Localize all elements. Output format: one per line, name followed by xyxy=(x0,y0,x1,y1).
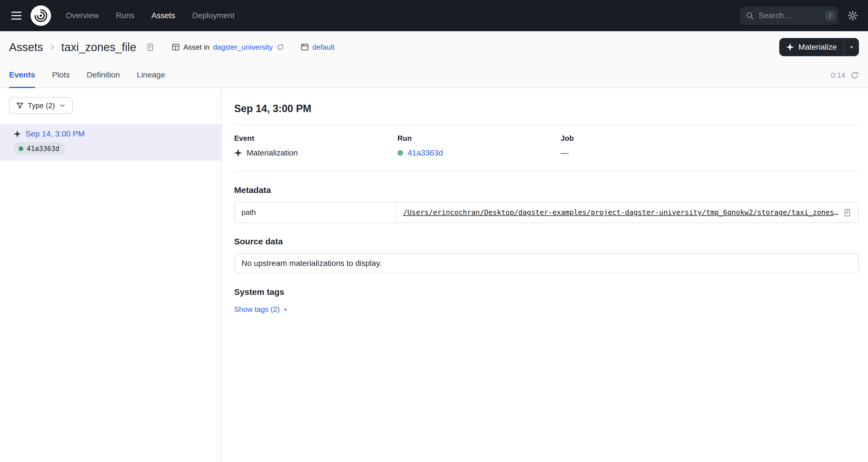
primary-nav: Overview Runs Assets Deployment xyxy=(66,11,235,20)
materialization-icon xyxy=(234,149,242,157)
show-tags-label: Show tags (2) xyxy=(234,305,280,314)
run-id-label: 41a3363d xyxy=(27,145,60,153)
materialize-label: Materialize xyxy=(799,42,837,52)
clipboard-icon xyxy=(146,43,154,51)
run-link[interactable]: 41a3363d xyxy=(408,148,443,157)
search-input[interactable] xyxy=(758,11,821,20)
tab-events[interactable]: Events xyxy=(9,63,35,88)
copy-path-button[interactable] xyxy=(842,207,853,218)
reload-code-location-button[interactable] xyxy=(276,43,285,51)
settings-button[interactable] xyxy=(846,9,859,22)
dagster-logo[interactable] xyxy=(31,5,51,26)
metadata-key: path xyxy=(235,202,396,223)
asset-header: Assets taxi_zones_file Asset in dagster_ xyxy=(0,31,868,88)
event-list: Sep 14, 3:00 PM 41a3363d xyxy=(0,124,221,161)
nav-item-assets[interactable]: Assets xyxy=(151,11,175,20)
caret-down-icon xyxy=(282,307,288,313)
chevron-right-icon xyxy=(48,43,56,51)
refresh-countdown: 0:14 xyxy=(831,71,845,80)
filter-type-label: Type (2) xyxy=(28,101,55,110)
materialize-button[interactable]: Materialize xyxy=(779,38,844,56)
source-data-empty-state: No upstream materializations to display. xyxy=(234,253,859,273)
menu-button[interactable] xyxy=(9,9,24,22)
metadata-heading: Metadata xyxy=(234,185,859,195)
system-tags-heading: System tags xyxy=(234,287,859,297)
topnav-right: / xyxy=(740,6,859,25)
metadata-row: path /Users/erincochran/Desktop/dagster-… xyxy=(235,202,858,223)
asset-name: taxi_zones_file xyxy=(61,41,136,54)
event-sidebar: Type (2) Sep 14, 3:00 PM 41a3363d xyxy=(0,88,222,462)
run-status-dot xyxy=(397,150,403,156)
event-column: Event Materialization xyxy=(234,134,397,157)
event-label: Event xyxy=(234,134,397,143)
tab-plots[interactable]: Plots xyxy=(52,63,70,88)
search-shortcut-badge: / xyxy=(825,10,835,21)
materialization-icon xyxy=(13,130,21,138)
refresh-icon xyxy=(850,71,859,80)
caret-down-icon xyxy=(848,44,855,51)
event-title: Sep 14, 3:00 PM xyxy=(234,103,859,115)
refresh-button[interactable] xyxy=(850,71,859,80)
event-list-item[interactable]: Sep 14, 3:00 PM 41a3363d xyxy=(0,124,221,161)
event-type-value: Materialization xyxy=(247,148,298,157)
asset-group-icon xyxy=(301,43,309,51)
copy-asset-name-button[interactable] xyxy=(145,42,156,53)
refresh-status: 0:14 xyxy=(831,63,859,87)
nav-item-runs[interactable]: Runs xyxy=(116,11,134,20)
breadcrumb: Assets taxi_zones_file xyxy=(9,41,156,54)
refresh-icon xyxy=(277,44,284,51)
source-data-heading: Source data xyxy=(234,237,859,246)
search-icon xyxy=(746,11,754,20)
code-location-tag: Asset in dagster_university xyxy=(172,43,285,52)
gear-icon xyxy=(847,10,858,21)
tab-lineage[interactable]: Lineage xyxy=(137,63,165,88)
run-label: Run xyxy=(397,134,561,143)
job-column: Job — xyxy=(561,134,724,157)
asset-group-link[interactable]: default xyxy=(312,43,335,52)
dagster-swirl-icon xyxy=(33,8,48,23)
chevron-down-icon xyxy=(59,102,66,109)
metadata-path-link[interactable]: /Users/erincochran/Desktop/dagster-examp… xyxy=(403,208,842,216)
run-column: Run 41a3363d xyxy=(397,134,561,157)
show-tags-toggle[interactable]: Show tags (2) xyxy=(234,305,288,314)
run-id-badge[interactable]: 41a3363d xyxy=(13,142,65,155)
job-label: Job xyxy=(561,134,724,143)
asset-tabs: Events Plots Definition Lineage 0:14 xyxy=(0,63,868,88)
materialize-options-button[interactable] xyxy=(844,38,859,56)
run-status-dot xyxy=(19,146,23,151)
table-icon xyxy=(172,43,180,51)
source-data-empty-message: No upstream materializations to display. xyxy=(242,259,381,268)
asset-in-label: Asset in xyxy=(183,43,210,52)
filter-type-button[interactable]: Type (2) xyxy=(9,97,73,114)
clipboard-icon xyxy=(843,208,851,217)
sparkle-icon xyxy=(786,43,794,51)
divider xyxy=(234,171,859,172)
metadata-table: path /Users/erincochran/Desktop/dagster-… xyxy=(234,202,859,223)
nav-item-overview[interactable]: Overview xyxy=(66,11,99,20)
top-navigation: Overview Runs Assets Deployment / xyxy=(0,0,868,31)
tab-definition[interactable]: Definition xyxy=(87,63,120,88)
nav-item-deployment[interactable]: Deployment xyxy=(192,11,235,20)
code-location-link[interactable]: dagster_university xyxy=(213,43,273,52)
event-timestamp-link[interactable]: Sep 14, 3:00 PM xyxy=(26,129,85,139)
search-box: / xyxy=(740,6,839,25)
event-detail-panel: Sep 14, 3:00 PM Event Materialization Ru… xyxy=(222,88,868,462)
asset-group-tag: default xyxy=(301,43,335,52)
filter-icon xyxy=(16,102,24,110)
job-value: — xyxy=(561,148,569,157)
materialize-split-button: Materialize xyxy=(779,38,859,56)
event-summary-row: Event Materialization Run 41a3363d xyxy=(234,125,859,171)
breadcrumb-assets-link[interactable]: Assets xyxy=(9,41,43,54)
